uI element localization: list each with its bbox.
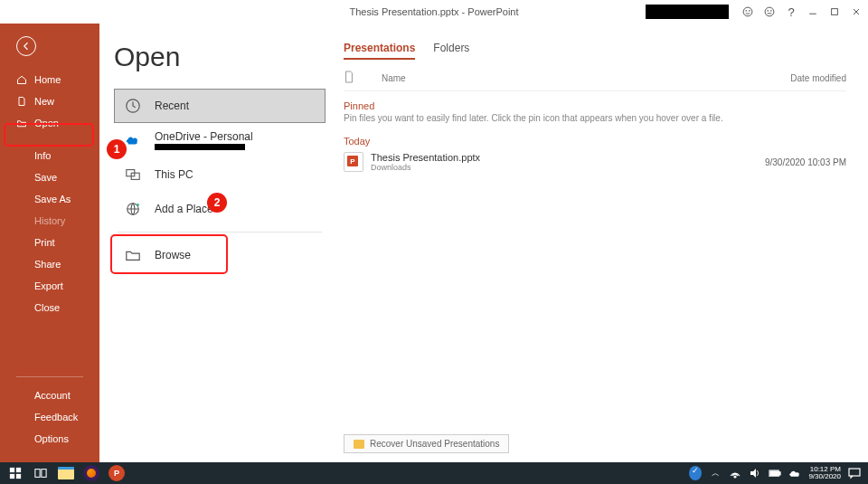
svg-rect-13 xyxy=(10,474,14,479)
security-tray-icon[interactable] xyxy=(689,467,702,479)
sidebar-item-history[interactable]: History xyxy=(0,210,99,232)
sidebar-item-label: Home xyxy=(34,74,61,85)
source-label: Add a Place xyxy=(155,203,213,215)
sidebar-item-label: Export xyxy=(34,280,63,291)
file-row[interactable]: Thesis Presentation.pptx Downloads 9/30/… xyxy=(344,147,846,177)
clock-date: 9/30/2020 xyxy=(808,473,841,480)
back-button[interactable] xyxy=(16,36,36,56)
volume-icon[interactable] xyxy=(749,467,761,479)
sidebar-item-label: Feedback xyxy=(34,412,78,422)
sidebar-item-label: Options xyxy=(34,433,69,444)
powerpoint-file-icon xyxy=(344,152,363,172)
sidebar-item-print[interactable]: Print xyxy=(0,232,99,253)
svg-rect-11 xyxy=(10,468,14,472)
sidebar-item-save[interactable]: Save xyxy=(0,166,99,188)
chevron-up-icon[interactable]: ︿ xyxy=(709,467,722,479)
recover-unsaved-button[interactable]: Recover Unsaved Presentations xyxy=(344,434,509,453)
source-thispc[interactable]: This PC xyxy=(114,157,326,192)
annotation-callout-1: 1 xyxy=(107,139,127,159)
svg-point-2 xyxy=(750,11,750,12)
page-title: Open xyxy=(114,42,326,72)
sidebar-item-info[interactable]: Info xyxy=(0,145,99,166)
powerpoint-taskbar[interactable]: P xyxy=(105,463,128,483)
svg-rect-16 xyxy=(42,470,46,478)
network-icon[interactable] xyxy=(729,467,741,479)
sidebar-item-feedback[interactable]: Feedback xyxy=(0,406,99,428)
powerpoint-backstage: Thesis Presentation.pptx - PowerPoint ? … xyxy=(0,0,868,462)
svg-point-3 xyxy=(765,7,774,16)
account-redacted xyxy=(646,5,729,19)
maximize-button[interactable] xyxy=(828,5,841,18)
face-neutral-icon[interactable] xyxy=(763,5,776,18)
sidebar: Home New Open Info Save Save As History … xyxy=(0,24,99,462)
file-list-panel: Presentations Folders Name Date modified… xyxy=(335,24,868,462)
annotation-callout-2: 2 xyxy=(207,193,227,213)
source-label: This PC xyxy=(155,168,193,181)
task-view-button[interactable] xyxy=(29,463,52,483)
tab-folders[interactable]: Folders xyxy=(433,42,469,60)
tab-presentations[interactable]: Presentations xyxy=(344,42,415,60)
svg-point-17 xyxy=(734,476,736,478)
folder-open-icon xyxy=(16,118,27,128)
onedrive-tray-icon[interactable] xyxy=(788,467,801,479)
tabs: Presentations Folders xyxy=(344,42,846,60)
sidebar-item-label: Share xyxy=(34,259,61,270)
svg-rect-20 xyxy=(770,470,778,475)
source-addplace[interactable]: Add a Place 2 xyxy=(114,192,326,226)
sidebar-item-label: Account xyxy=(34,390,71,401)
face-smile-icon[interactable] xyxy=(741,5,754,18)
action-center-icon[interactable] xyxy=(848,467,861,479)
windows-taskbar: P ︿ 10:12 PM 9/30/2020 xyxy=(0,462,868,484)
source-recent[interactable]: Recent xyxy=(114,89,326,123)
source-onedrive[interactable]: OneDrive - Personal xyxy=(114,123,326,157)
onedrive-icon xyxy=(124,131,142,149)
sidebar-item-options[interactable]: Options xyxy=(0,428,99,450)
backstage-body: Home New Open Info Save Save As History … xyxy=(0,24,868,462)
sidebar-item-label: Info xyxy=(34,150,51,161)
svg-rect-12 xyxy=(16,468,21,472)
file-explorer-taskbar[interactable] xyxy=(54,463,78,483)
svg-rect-6 xyxy=(832,9,838,15)
window-title: Thesis Presentation.pptx - PowerPoint xyxy=(349,6,518,17)
divider xyxy=(16,376,83,377)
start-button[interactable] xyxy=(4,463,27,483)
firefox-taskbar[interactable] xyxy=(80,463,103,483)
sidebar-item-home[interactable]: Home xyxy=(0,69,99,90)
minimize-button[interactable] xyxy=(807,5,819,18)
column-name[interactable]: Name xyxy=(382,73,406,83)
file-list-header: Name Date modified xyxy=(344,67,846,91)
sidebar-item-account[interactable]: Account xyxy=(0,384,99,406)
sidebar-item-export[interactable]: Export xyxy=(0,275,99,297)
folder-icon xyxy=(124,246,142,264)
sidebar-item-label: Open xyxy=(34,118,59,128)
sidebar-item-new[interactable]: New xyxy=(0,90,99,112)
button-label: Recover Unsaved Presentations xyxy=(370,439,499,449)
account-redacted xyxy=(155,144,245,150)
column-date[interactable]: Date modified xyxy=(790,73,846,83)
svg-rect-15 xyxy=(35,470,40,478)
document-icon xyxy=(16,96,27,107)
home-icon xyxy=(16,74,27,85)
sidebar-item-close[interactable]: Close xyxy=(0,297,99,318)
sidebar-item-label: Save As xyxy=(34,194,71,204)
taskbar-clock[interactable]: 10:12 PM 9/30/2020 xyxy=(808,466,841,480)
file-location: Downloads xyxy=(371,163,480,172)
help-icon[interactable]: ? xyxy=(785,5,797,18)
source-browse[interactable]: Browse xyxy=(114,238,326,272)
file-name: Thesis Presentation.pptx xyxy=(371,152,480,163)
powerpoint-icon: P xyxy=(108,465,125,481)
svg-point-5 xyxy=(771,11,772,12)
sidebar-item-open[interactable]: Open xyxy=(0,112,99,134)
pinned-hint: Pin files you want to easily find later.… xyxy=(344,113,846,123)
svg-rect-14 xyxy=(16,474,21,479)
source-label: Recent xyxy=(155,100,189,112)
sidebar-item-saveas[interactable]: Save As xyxy=(0,188,99,210)
close-button[interactable] xyxy=(850,5,863,18)
svg-rect-19 xyxy=(779,471,781,475)
svg-point-4 xyxy=(768,11,769,12)
divider xyxy=(118,232,322,233)
sidebar-item-share[interactable]: Share xyxy=(0,253,99,275)
sidebar-item-label: Close xyxy=(34,302,60,313)
battery-icon[interactable] xyxy=(769,467,781,479)
open-sources-panel: Open 1 Recent OneDrive - Personal This P… xyxy=(99,24,335,462)
